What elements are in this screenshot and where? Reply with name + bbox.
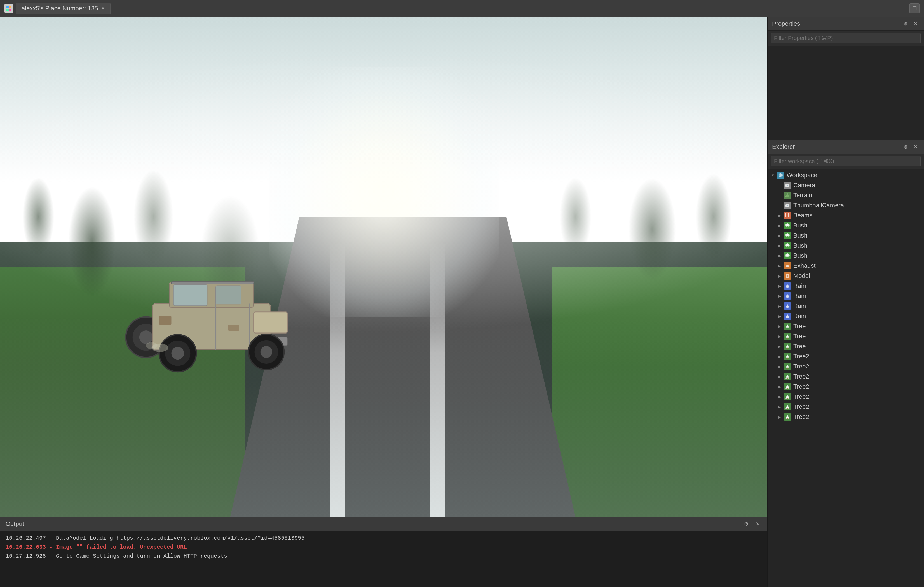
- tree-arrow-terrain[interactable]: [777, 192, 783, 198]
- log-line-3: 16:27:12.928 - Go to Game Settings and t…: [6, 552, 762, 561]
- tree-item-bush1[interactable]: ▶Bush: [767, 221, 924, 231]
- tree-icon-tree2b: [784, 363, 791, 370]
- tree-item-rain3[interactable]: ▶Rain: [767, 301, 924, 311]
- tree-arrow-tree1[interactable]: ▶: [777, 323, 783, 329]
- tree-item-workspace[interactable]: ▼Workspace: [767, 170, 924, 180]
- tree-item-tree2g[interactable]: ▶Tree2: [767, 412, 924, 422]
- tree-label-camera: Camera: [793, 181, 815, 189]
- properties-pin-button[interactable]: ⊗: [902, 20, 909, 28]
- tree-label-terrain: Terrain: [793, 192, 812, 199]
- close-icon: ✕: [914, 21, 918, 27]
- tree-item-tree1[interactable]: ▶Tree: [767, 321, 924, 331]
- tree-arrow-model[interactable]: ▶: [777, 273, 783, 279]
- tree-item-exhaust[interactable]: ▶Exhaust: [767, 261, 924, 271]
- tree-icon-rain4: [784, 313, 791, 320]
- tree-arrow-exhaust[interactable]: ▶: [777, 263, 783, 269]
- tree-item-tree2[interactable]: ▶Tree: [767, 331, 924, 341]
- light-center: [269, 67, 499, 317]
- tree-item-rain4[interactable]: ▶Rain: [767, 311, 924, 321]
- tree-item-model[interactable]: ▶Model: [767, 271, 924, 281]
- viewport-3d[interactable]: [0, 17, 767, 517]
- tree-item-tree2e[interactable]: ▶Tree2: [767, 392, 924, 402]
- tab-close-button[interactable]: ×: [101, 5, 105, 12]
- tree-arrow-tree2f[interactable]: ▶: [777, 404, 783, 410]
- explorer-filter-input[interactable]: [771, 156, 921, 167]
- tree-item-rain1[interactable]: ▶Rain: [767, 281, 924, 291]
- tree-arrow-tree2c[interactable]: ▶: [777, 374, 783, 380]
- tree-arrow-tree2b[interactable]: ▶: [777, 363, 783, 369]
- tree-icon-tree2d: [784, 383, 791, 390]
- tree-item-tree2c[interactable]: ▶Tree2: [767, 371, 924, 382]
- tree-arrow-rain1[interactable]: ▶: [777, 283, 783, 289]
- tree-arrow-bush4[interactable]: ▶: [777, 253, 783, 259]
- tree-arrow-bush2[interactable]: ▶: [777, 232, 783, 239]
- tree-item-terrain[interactable]: Terrain: [767, 190, 924, 200]
- tree-icon-tree2c: [784, 373, 791, 380]
- tree-arrow-rain3[interactable]: ▶: [777, 303, 783, 309]
- tree-icon-bush3: [784, 242, 791, 249]
- tree-item-bush4[interactable]: ▶Bush: [767, 251, 924, 261]
- svg-rect-0: [7, 6, 9, 8]
- restore-button[interactable]: ❐: [909, 3, 919, 13]
- tree-arrow-tree2e[interactable]: ▶: [777, 394, 783, 400]
- tree-icon-rain2: [784, 292, 791, 300]
- svg-rect-84: [787, 418, 788, 419]
- tree-arrow-bush1[interactable]: ▶: [777, 223, 783, 229]
- tree-item-bush3[interactable]: ▶Bush: [767, 241, 924, 251]
- output-log[interactable]: 16:26:22.497 - DataModel Loading https:/…: [0, 531, 767, 587]
- tree-arrow-workspace[interactable]: ▼: [770, 172, 776, 178]
- tree-arrow-tree2g[interactable]: ▶: [777, 414, 783, 420]
- tree-label-rain2: Rain: [793, 292, 806, 300]
- output-settings-button[interactable]: ⚙: [742, 520, 751, 528]
- tree-label-tree2g: Tree2: [793, 413, 809, 420]
- tree-label-tree2: Tree: [793, 333, 806, 340]
- tree-item-tree2d[interactable]: ▶Tree2: [767, 382, 924, 392]
- pin-icon: ⊗: [904, 144, 908, 150]
- tree-icon-rain1: [784, 282, 791, 290]
- tree-icon-workspace: [777, 171, 784, 179]
- tree-arrow-tree2d[interactable]: ▶: [777, 384, 783, 390]
- tree-label-beams: Beams: [793, 212, 812, 219]
- tree-label-tree2f: Tree2: [793, 403, 809, 411]
- tree-icon-bush2: [784, 232, 791, 239]
- explorer-tree[interactable]: ▼WorkspaceCameraTerrainThumbnailCamera▶B…: [767, 169, 924, 587]
- explorer-pin-button[interactable]: ⊗: [902, 143, 909, 151]
- tree-icon-terrain: [784, 192, 791, 199]
- properties-filter-input[interactable]: [771, 33, 921, 43]
- svg-rect-72: [787, 378, 788, 379]
- tree-item-rain2[interactable]: ▶Rain: [767, 291, 924, 301]
- tree-item-beams[interactable]: ▶Beams: [767, 210, 924, 221]
- properties-header-buttons: ⊗ ✕: [902, 20, 919, 28]
- tree-item-bush2[interactable]: ▶Bush: [767, 231, 924, 241]
- tree-icon-rain3: [784, 302, 791, 310]
- tree-item-tree2f[interactable]: ▶Tree2: [767, 402, 924, 412]
- tree-arrow-camera[interactable]: [777, 182, 783, 188]
- explorer-close-button[interactable]: ✕: [912, 143, 919, 151]
- title-tab[interactable]: alexx5's Place Number: 135 ×: [16, 3, 111, 14]
- tree-arrow-rain4[interactable]: ▶: [777, 313, 783, 319]
- svg-rect-60: [787, 338, 788, 338]
- tree-arrow-beams[interactable]: ▶: [777, 213, 783, 219]
- svg-point-45: [786, 233, 789, 236]
- tree-arrow-tree2a[interactable]: ▶: [777, 353, 783, 359]
- tree-item-tree3[interactable]: ▶Tree: [767, 341, 924, 351]
- properties-panel: Properties ⊗ ✕: [767, 17, 924, 140]
- tree-label-workspace: Workspace: [787, 171, 817, 179]
- window-controls: ❐: [909, 3, 919, 13]
- properties-close-button[interactable]: ✕: [912, 20, 919, 28]
- tree-item-camera[interactable]: Camera: [767, 180, 924, 190]
- tree-arrow-bush3[interactable]: ▶: [777, 242, 783, 249]
- right-panel: Properties ⊗ ✕ Explorer: [767, 17, 924, 587]
- tree-arrow-tree2[interactable]: ▶: [777, 333, 783, 340]
- tree-item-tree2b[interactable]: ▶Tree2: [767, 361, 924, 371]
- svg-rect-25: [171, 282, 254, 284]
- output-close-button[interactable]: ✕: [753, 520, 762, 528]
- tree-icon-tree1: [784, 323, 791, 330]
- tree-arrow-thumbnailcamera[interactable]: [777, 202, 783, 208]
- tree-item-tree2a[interactable]: ▶Tree2: [767, 351, 924, 361]
- svg-rect-15: [254, 312, 287, 333]
- tree-arrow-tree3[interactable]: ▶: [777, 343, 783, 350]
- tree-item-thumbnailcamera[interactable]: ThumbnailCamera: [767, 200, 924, 210]
- tree-arrow-rain2[interactable]: ▶: [777, 293, 783, 299]
- close-icon: ✕: [756, 521, 760, 527]
